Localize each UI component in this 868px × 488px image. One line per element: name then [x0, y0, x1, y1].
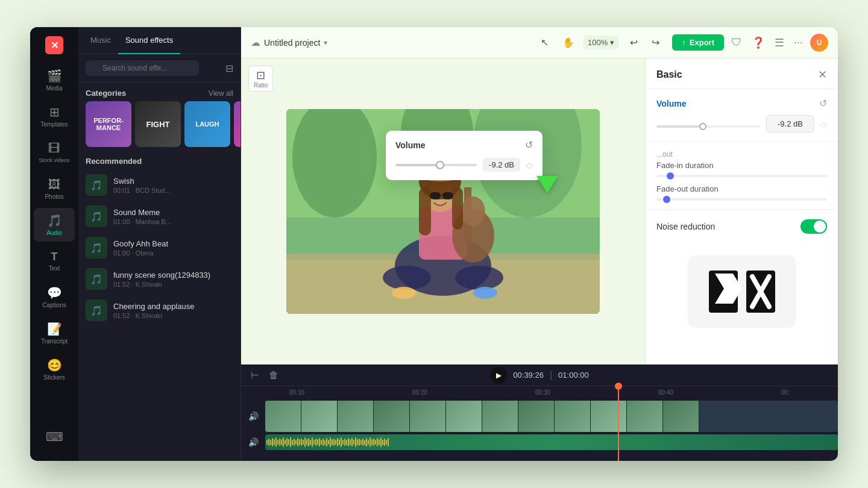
sound-info-3: funny scene song(1294833) 01:52 · K.Shir…: [113, 271, 233, 288]
timeline-ruler: 00:10 00:20 00:30 00:40 00:: [241, 386, 838, 398]
panels-icon[interactable]: ☰: [772, 34, 787, 52]
toggle-knob: [814, 221, 826, 233]
fade-out-slider[interactable]: [656, 198, 827, 201]
timeline-area: ⊢ 🗑 ▶ 00:39:26 | 01:00:00 00:10 00:20 00…: [241, 364, 838, 461]
photos-icon: 🖼: [48, 178, 60, 192]
panel-title: Basic: [656, 69, 682, 80]
categories-header: Categories View all: [78, 83, 241, 101]
play-button[interactable]: ▶: [490, 367, 507, 384]
volume-popup-header: Volume ↺: [395, 139, 533, 151]
volume-reset-icon[interactable]: ↺: [525, 139, 533, 151]
svg-rect-17: [452, 187, 463, 230]
sidebar-item-transcript[interactable]: 📝 Transcript: [34, 316, 75, 350]
right-volume-display: -9.2 dB: [766, 115, 814, 133]
delete-tool-button[interactable]: 🗑: [266, 368, 281, 383]
list-item[interactable]: 🎵 Cheering and applause 01:52 · K.Shirak…: [78, 295, 241, 326]
sidebar-item-more[interactable]: ⌨: [34, 420, 75, 454]
more-icon: ⌨: [46, 430, 63, 444]
video-track-icon: 🔊: [241, 411, 265, 421]
more-options-icon[interactable]: ···: [791, 34, 805, 51]
recommended-header: Recommended: [78, 153, 241, 169]
volume-reset-icon[interactable]: ↺: [819, 98, 827, 109]
fade-in-label: Fade-in duration: [656, 161, 827, 170]
right-slider-fill: [656, 125, 703, 128]
sidebar-item-stock[interactable]: 🎞 Stock videos: [34, 136, 75, 169]
total-time: 01:00:00: [558, 371, 589, 380]
sidebar-item-media[interactable]: 🎬 Media: [34, 63, 75, 97]
volume-control-row: -9.2 dB ◇: [656, 115, 827, 133]
zoom-dropdown-icon: ▾: [610, 38, 614, 47]
frame-10: [627, 401, 663, 432]
audio-track[interactable]: [265, 434, 838, 450]
sidebar-item-text[interactable]: T Text: [34, 244, 75, 278]
svg-point-24: [473, 287, 497, 299]
fade-out-thumb[interactable]: [663, 196, 670, 203]
waveform-bars: [265, 434, 838, 450]
tab-sound-effects[interactable]: Sound effects: [118, 27, 180, 54]
undo-button[interactable]: ↩: [624, 33, 643, 52]
sound-meta-0: 00:01 · BCD Stud...: [113, 187, 233, 194]
shield-icon[interactable]: 🛡: [729, 34, 744, 51]
select-tool-button[interactable]: ↖: [535, 33, 554, 52]
categories-grid: PERFOR-MANCE FIGHT LAUGH TRANSITION ›: [78, 101, 241, 153]
category-transition[interactable]: TRANSITION: [234, 101, 241, 147]
sidebar-item-captions[interactable]: 💬 Captions: [34, 280, 75, 314]
sidebar-item-audio[interactable]: 🎵 Audio: [34, 208, 75, 242]
help-icon[interactable]: ❓: [749, 34, 767, 52]
volume-slider-thumb[interactable]: [436, 161, 444, 169]
fade-in-thumb[interactable]: [667, 172, 674, 180]
sidebar-item-photos[interactable]: 🖼 Photos: [34, 172, 75, 205]
right-slider-thumb[interactable]: [699, 123, 706, 130]
close-panel-button[interactable]: ✕: [818, 68, 827, 81]
audio-icon: 🎵: [47, 213, 62, 228]
list-item[interactable]: 🎵 Goofy Ahh Beat 01:00 · Obma: [78, 232, 241, 263]
filter-icon[interactable]: ⊟: [225, 63, 233, 74]
zoom-control[interactable]: 100% ▾: [583, 36, 619, 49]
canvas-right: ⊡ Ratio: [241, 58, 838, 364]
templates-icon: ⊞: [49, 105, 60, 119]
stickers-icon: 😊: [47, 358, 62, 372]
search-input[interactable]: [86, 60, 199, 76]
sidebar-item-stickers[interactable]: 😊 Stickers: [34, 352, 75, 386]
avatar[interactable]: U: [810, 34, 828, 52]
category-fight[interactable]: FIGHT: [135, 101, 181, 147]
panel-search: 🔍 ⊟: [78, 54, 241, 83]
export-button[interactable]: ↑ Export: [672, 34, 724, 51]
noise-reduction-toggle[interactable]: [800, 219, 827, 234]
dropdown-arrow-icon[interactable]: ▾: [324, 39, 327, 47]
volume-diamond-icon[interactable]: ◇: [526, 160, 533, 170]
tab-music[interactable]: Music: [83, 27, 118, 54]
category-laugh[interactable]: LAUGH: [184, 101, 230, 147]
fade-in-slider[interactable]: [656, 175, 827, 177]
ruler-mark-1: 00:20: [412, 389, 427, 396]
stock-icon: 🎞: [48, 142, 60, 155]
media-icon: 🎬: [47, 69, 62, 83]
current-time: 00:39:26: [513, 371, 544, 380]
right-volume-slider[interactable]: [656, 125, 760, 128]
sidebar-item-templates[interactable]: ⊞ Templates: [34, 99, 75, 133]
video-frames: [265, 401, 838, 432]
view-all-link[interactable]: View all: [209, 89, 233, 98]
ratio-button[interactable]: ⊡ Ratio: [248, 66, 273, 92]
text-icon: T: [51, 251, 58, 263]
list-item[interactable]: 🎵 Swish 00:01 · BCD Stud...: [78, 169, 241, 201]
list-item[interactable]: 🎵 Sound Meme 01:00 · Manhoa B...: [78, 201, 241, 232]
hand-tool-button[interactable]: ✋: [559, 33, 578, 52]
volume-slider[interactable]: [395, 164, 477, 166]
icon-sidebar: ✕ 🎬 Media ⊞ Templates 🎞 Stock videos 🖼 P…: [30, 27, 78, 461]
right-panel-header: Basic ✕: [646, 58, 838, 89]
timeline-playhead[interactable]: [618, 386, 619, 461]
list-item[interactable]: 🎵 funny scene song(1294833) 01:52 · K.Sh…: [78, 263, 241, 295]
category-performance-label: PERFOR-MANCE: [86, 101, 131, 147]
video-track[interactable]: [265, 401, 838, 432]
fade-out-label: Fade-out duration: [656, 184, 827, 193]
category-performance[interactable]: PERFOR-MANCE: [86, 101, 131, 147]
panel-tabs: Music Sound effects: [78, 27, 241, 54]
ruler-mark-2: 00:30: [535, 389, 550, 396]
trim-tool-button[interactable]: ⊢: [248, 367, 262, 383]
playhead-top: [615, 383, 622, 390]
sound-meta-3: 01:52 · K.Shiraki: [113, 281, 233, 288]
redo-button[interactable]: ↪: [646, 33, 665, 52]
right-diamond-icon[interactable]: ◇: [820, 119, 827, 129]
project-name-area: ☁ Untitled project ▾: [251, 37, 327, 48]
